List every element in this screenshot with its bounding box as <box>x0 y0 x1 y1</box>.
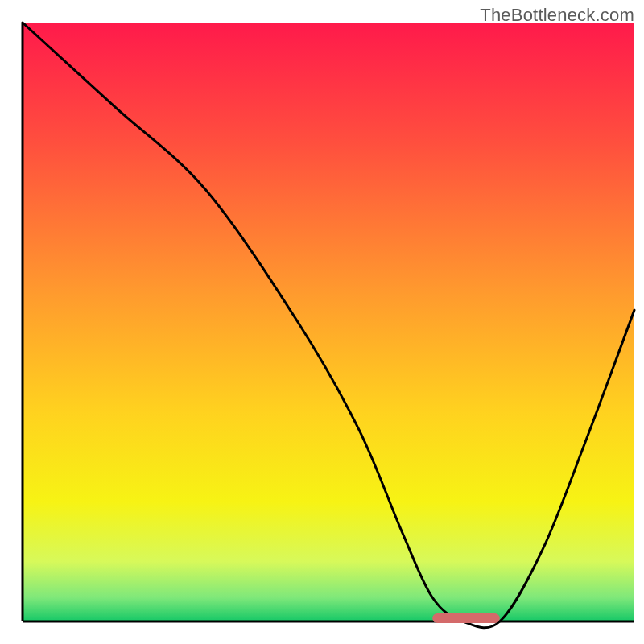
chart-frame: TheBottleneck.com <box>0 0 644 644</box>
optimal-marker <box>432 613 500 623</box>
watermark-text: TheBottleneck.com <box>480 5 634 26</box>
plot-background <box>23 23 634 621</box>
bottleneck-chart <box>0 0 644 644</box>
